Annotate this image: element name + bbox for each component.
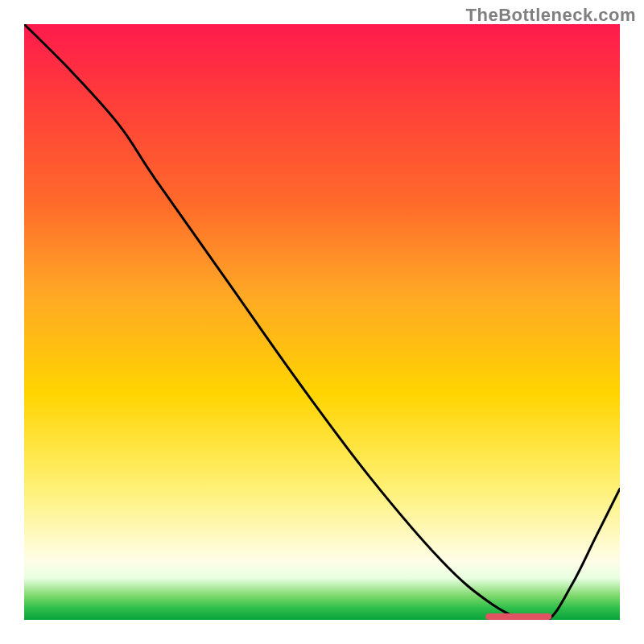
- plot-area: [24, 24, 620, 620]
- chart-svg: [24, 24, 620, 620]
- watermark-text: TheBottleneck.com: [466, 5, 636, 26]
- bottleneck-curve-path: [24, 24, 620, 620]
- chart-stage: TheBottleneck.com: [0, 0, 644, 644]
